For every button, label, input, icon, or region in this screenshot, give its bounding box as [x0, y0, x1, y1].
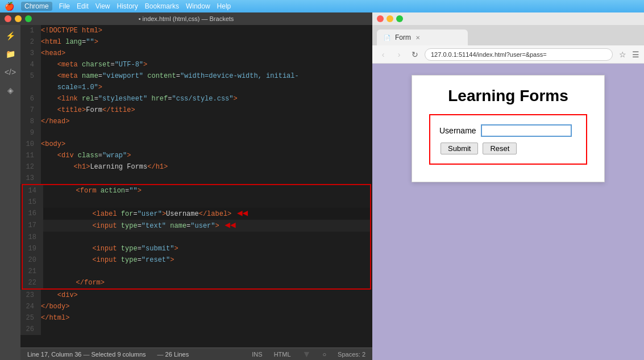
editor-sidebar: ⚡ 📁 </> ◈: [0, 25, 20, 360]
chrome-panel: 📄 Form ✕ ‹ › ↻ 127.0.0.1:51144/index.htm…: [372, 12, 644, 360]
address-bar[interactable]: 127.0.0.1:51144/index.html?user=&pass=: [425, 48, 613, 61]
status-position: Line 17, Column 36 — Selected 9 columns: [27, 351, 146, 358]
chrome-min-btn[interactable]: [387, 15, 393, 22]
code-editor[interactable]: 1 <!DOCTYPE html> 2 <html lang=""> 3 <he…: [20, 25, 372, 348]
menu-bookmarks[interactable]: Bookmarks: [145, 2, 179, 10]
status-ins: INS: [252, 351, 262, 358]
menu-window[interactable]: Window: [186, 2, 210, 10]
code-line-17: 17 <input type="text" name="user"> ◀◀: [23, 220, 370, 232]
code-line-2: 2 <html lang="">: [20, 36, 372, 48]
minimize-button[interactable]: [15, 15, 22, 22]
code-line-16: 16 <label for="user">Username</label> ◀◀: [23, 208, 370, 220]
menu-view[interactable]: View: [95, 2, 110, 10]
code-line-6: 6 <link rel="stylesheet" href="css/style…: [20, 93, 372, 104]
tab-close-icon[interactable]: ✕: [416, 35, 420, 41]
chrome-max-btn[interactable]: [396, 15, 403, 22]
status-lines: — 26 Lines: [157, 351, 189, 358]
code-line-5: 5 <meta name="viewport" content="width=d…: [20, 70, 372, 82]
menu-chrome[interactable]: Chrome: [21, 2, 52, 11]
maximize-button[interactable]: [25, 15, 32, 22]
code-line-18: 18: [23, 232, 370, 243]
sidebar-git-icon[interactable]: ◈: [2, 82, 19, 99]
form-page: Learning Forms Username Submit Reset: [412, 75, 605, 182]
code-line-25: 25 </html>: [20, 312, 372, 324]
code-line-24: 24 </body>: [20, 301, 372, 312]
code-area[interactable]: 1 <!DOCTYPE html> 2 <html lang=""> 3 <he…: [20, 25, 372, 360]
back-button[interactable]: ‹: [377, 48, 389, 61]
code-line-7: 7 <title>Form</title>: [20, 104, 372, 116]
editor-titlebar: • index.html (html,css) — Brackets: [0, 12, 372, 25]
menu-history[interactable]: History: [117, 2, 138, 10]
chrome-tab-bar: 📄 Form ✕: [372, 25, 644, 45]
sidebar-code-icon[interactable]: </>: [2, 64, 19, 81]
editor-panel: • index.html (html,css) — Brackets ⚡ 📁 <…: [0, 12, 372, 360]
chrome-menu-icon[interactable]: ☰: [632, 50, 639, 59]
chrome-tab[interactable]: 📄 Form ✕: [377, 30, 468, 45]
bookmark-icon[interactable]: ☆: [616, 48, 629, 61]
forward-button[interactable]: ›: [393, 48, 405, 61]
code-line-11: 11 <div class="wrap">: [20, 150, 372, 161]
chrome-addressbar: ‹ › ↻ 127.0.0.1:51144/index.html?user=&p…: [372, 45, 644, 64]
editor-filename: • index.html (html,css) — Brackets: [139, 15, 234, 22]
chrome-titlebar: [372, 12, 644, 25]
username-input[interactable]: [481, 124, 572, 137]
status-lang[interactable]: HTML: [274, 351, 291, 358]
code-line-20: 20 <input type="reset">: [23, 254, 370, 266]
status-spaces: Spaces: 2: [338, 351, 365, 358]
code-line-12: 12 <h1>Learning Forms</h1>: [20, 161, 372, 173]
form-highlight-border: Username Submit Reset: [429, 114, 587, 165]
code-line-23: 23 <div>: [20, 290, 372, 301]
code-line-14: 14 <form action="">: [23, 185, 370, 196]
main-area: • index.html (html,css) — Brackets ⚡ 📁 <…: [0, 12, 644, 360]
form-buttons-row: Submit Reset: [439, 143, 577, 154]
menu-help[interactable]: Help: [217, 2, 231, 10]
code-line-1: 1 <!DOCTYPE html>: [20, 25, 372, 36]
form-username-row: Username: [439, 124, 577, 137]
code-line-3: 3 <head>: [20, 48, 372, 59]
code-line-4: 4 <meta charset="UTF-8">: [20, 59, 372, 70]
address-text: 127.0.0.1:51144/index.html?user=&pass=: [431, 51, 547, 58]
chrome-close-btn[interactable]: [377, 15, 384, 22]
apple-menu[interactable]: 🍎: [5, 2, 14, 11]
code-line-22: 22 </form>: [23, 277, 370, 288]
tab-title: Form: [395, 34, 411, 41]
code-line-26: 26: [20, 324, 372, 335]
refresh-button[interactable]: ↻: [409, 48, 421, 61]
sidebar-lightning-icon[interactable]: ⚡: [2, 27, 19, 44]
editor-body: ⚡ 📁 </> ◈ 1 <!DOCTYPE html> 2 <html lang…: [0, 25, 372, 360]
mac-menubar: 🍎 Chrome File Edit View History Bookmark…: [0, 0, 644, 12]
menu-file[interactable]: File: [59, 2, 70, 10]
username-label: Username: [439, 126, 476, 135]
page-heading: Learning Forms: [429, 87, 587, 105]
browser-content: Learning Forms Username Submit Reset: [372, 64, 644, 360]
code-line-13: 13: [20, 173, 372, 184]
close-button[interactable]: [5, 15, 11, 22]
code-line-10: 10 <body>: [20, 139, 372, 150]
status-circle: ○: [322, 351, 326, 358]
reset-button[interactable]: Reset: [483, 143, 517, 154]
code-line-21: 21: [23, 266, 370, 277]
sidebar-file-icon[interactable]: 📁: [2, 45, 19, 62]
red-box-region: 14 <form action=""> 15 16 <label for="us…: [22, 184, 371, 290]
code-line-8: 8 </head>: [20, 116, 372, 127]
code-line-9: 9: [20, 127, 372, 139]
submit-button[interactable]: Submit: [441, 143, 478, 154]
window-controls: [5, 15, 32, 22]
chrome-window-controls: [377, 15, 403, 22]
code-line-5b: scale=1.0">: [20, 82, 372, 93]
menu-edit[interactable]: Edit: [77, 2, 89, 10]
tab-favicon-icon: 📄: [384, 35, 390, 41]
code-line-15: 15: [23, 196, 370, 208]
editor-statusbar: Line 17, Column 36 — Selected 9 columns …: [20, 348, 372, 360]
code-line-19: 19 <input type="submit">: [23, 243, 370, 254]
